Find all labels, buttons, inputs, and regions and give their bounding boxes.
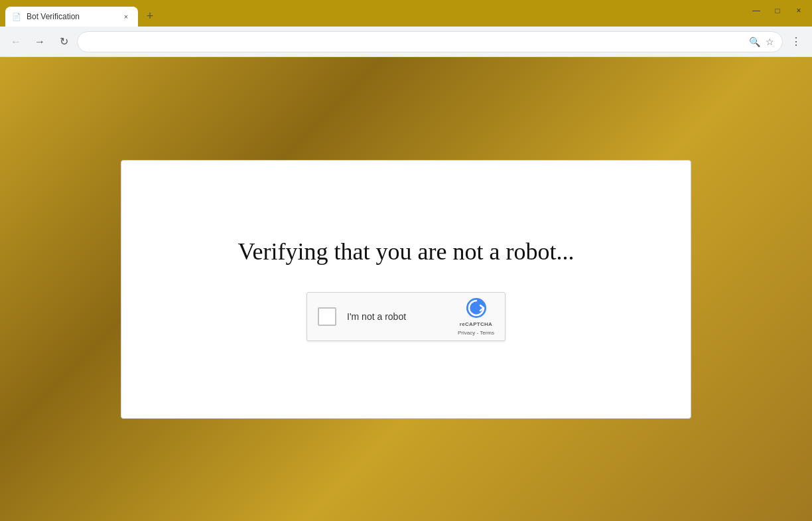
address-input[interactable] (86, 37, 744, 47)
chrome-window: 📄 Bot Verification × + — □ × ← → ↻ 🔍 ☆ ⋮… (0, 0, 812, 521)
recaptcha-widget[interactable]: I'm not a robot reCAPTCHA Privacy - Term… (306, 292, 506, 341)
reload-button[interactable]: ↻ (53, 31, 74, 52)
browser-menu-button[interactable]: ⋮ (785, 31, 807, 52)
captcha-label: I'm not a robot (347, 311, 447, 322)
tab-close-button[interactable]: × (121, 11, 131, 22)
minimize-button[interactable]: — (751, 5, 762, 16)
navigation-bar: ← → ↻ 🔍 ☆ ⋮ (0, 27, 812, 57)
tab-title: Bot Verification (27, 12, 115, 21)
tab-bar: 📄 Bot Verification × + (0, 3, 165, 27)
title-bar: 📄 Bot Verification × + — □ × (0, 0, 812, 27)
verification-card: Verifying that you are not a robot... I'… (121, 160, 691, 419)
address-bar-icons: 🔍 ☆ (749, 37, 774, 47)
back-button[interactable]: ← (5, 31, 27, 52)
forward-button[interactable]: → (29, 31, 50, 52)
maximize-button[interactable]: □ (772, 5, 783, 16)
tab-favicon-icon: 📄 (12, 12, 21, 21)
page-content: Verifying that you are not a robot... I'… (0, 57, 812, 521)
new-tab-button[interactable]: + (141, 7, 159, 25)
recaptcha-brand-name: reCAPTCHA (460, 321, 492, 327)
address-bar[interactable]: 🔍 ☆ (77, 31, 783, 52)
captcha-checkbox[interactable] (318, 307, 336, 326)
bookmark-icon[interactable]: ☆ (766, 37, 774, 47)
captcha-links: Privacy - Terms (458, 330, 494, 336)
recaptcha-logo-icon (466, 297, 487, 319)
captcha-privacy-link[interactable]: Privacy (458, 330, 475, 336)
captcha-branding: reCAPTCHA Privacy - Terms (458, 297, 494, 336)
window-controls: — □ × (751, 5, 804, 16)
search-icon[interactable]: 🔍 (749, 37, 760, 47)
close-button[interactable]: × (793, 5, 804, 16)
captcha-terms-link[interactable]: Terms (480, 330, 494, 336)
page-heading: Verifying that you are not a robot... (238, 238, 575, 265)
browser-tab[interactable]: 📄 Bot Verification × (5, 7, 138, 27)
